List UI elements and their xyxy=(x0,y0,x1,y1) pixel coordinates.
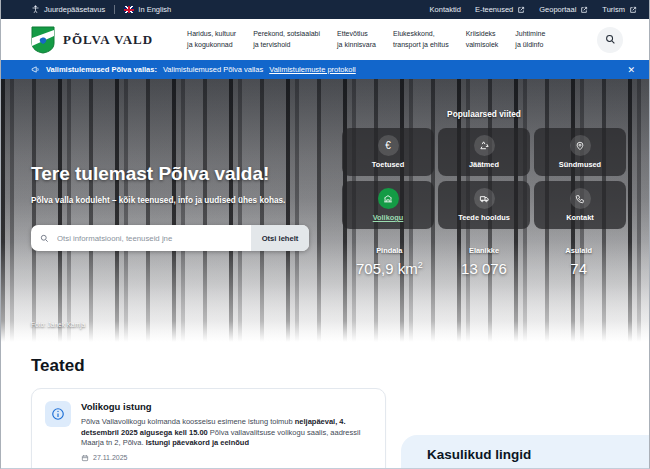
alert-banner: Valimistulemused Põlva vallas: Valimistu… xyxy=(1,60,649,79)
topbar-links: Kontaktid E-teenused Geoportaal Turism xyxy=(430,5,637,14)
accessibility-label: Juurdepääsetavus xyxy=(44,5,105,14)
town-hall-icon xyxy=(378,188,399,209)
main-nav: Haridus, kultuur ja kogukonnad Perekond,… xyxy=(187,29,545,51)
external-link-icon xyxy=(629,6,637,14)
notice-body: Volikogu istung Põlva Vallavolikogu kolm… xyxy=(81,401,372,469)
tile-toetused[interactable]: € Toetused xyxy=(342,128,434,176)
notice-date: 27.11.2025 xyxy=(81,454,372,462)
nav-ettevotlus[interactable]: Ettevõtlus ja kinnisvara xyxy=(337,29,376,51)
language-switch[interactable]: In English xyxy=(124,5,171,14)
notice-text: Põlva Vallavolikogu kolmanda koosseisu e… xyxy=(81,417,372,449)
language-label: In English xyxy=(138,5,171,14)
alert-bold-text: Valimistulemused Põlva vallas: xyxy=(46,65,157,74)
header-search-button[interactable] xyxy=(597,27,623,53)
content-section: Teated Volikogu istung Põlva Vallavoliko… xyxy=(1,342,649,469)
topbar-link-kontaktid[interactable]: Kontaktid xyxy=(430,5,461,14)
accessibility-link[interactable]: Juurdepääsetavus xyxy=(31,5,105,14)
nav-elukeskkond[interactable]: Elukeskkond, transport ja ehitus xyxy=(393,29,449,51)
tile-sundmused[interactable]: Sündmused xyxy=(534,128,626,176)
topbar-link-turism[interactable]: Turism xyxy=(602,5,637,14)
nav-juhtimine[interactable]: Juhtimine ja üldinfo xyxy=(515,29,545,51)
topbar-link-geoportaal[interactable]: Geoportaal xyxy=(539,5,588,14)
notice-title: Volikogu istung xyxy=(81,401,372,412)
stat-asulaid: Asulaid 74 xyxy=(531,246,626,277)
page: Juurdepääsetavus In English Kontaktid E-… xyxy=(0,0,650,469)
useful-links-panel: Kasulikud lingid xyxy=(401,435,650,469)
euro-icon: € xyxy=(378,135,399,156)
calendar-icon xyxy=(81,454,89,462)
external-link-icon xyxy=(517,6,525,14)
topbar-link-eteenused[interactable]: E-teenused xyxy=(475,5,525,14)
popular-links: Populaarsed viited € Toetused Jäätmed xyxy=(342,109,626,277)
hero-title: Tere tulemast Põlva valda! xyxy=(31,163,269,185)
site-title: PÕLVA VALD xyxy=(63,32,153,48)
hero-subtitle: Põlva valla koduleht – kõik teenused, in… xyxy=(31,196,285,205)
external-link-icon xyxy=(580,6,588,14)
hero-search-button[interactable]: Otsi lehelt xyxy=(251,225,309,251)
alert-text: Valimistulemused Põlva vallas xyxy=(163,65,263,74)
hero-search-bar: Otsi lehelt xyxy=(31,225,309,251)
stat-pindala: Pindala 705,9 km2 xyxy=(342,246,437,277)
top-utility-bar: Juurdepääsetavus In English Kontaktid E-… xyxy=(1,0,649,19)
popular-links-title: Populaarsed viited xyxy=(342,109,626,119)
logo[interactable]: PÕLVA VALD xyxy=(31,26,153,54)
municipality-stats: Pindala 705,9 km2 Elanikke 13 076 Asulai… xyxy=(342,246,626,277)
uk-flag-icon xyxy=(124,6,134,13)
tile-teede-hooldus[interactable]: Teede hooldus xyxy=(438,181,530,229)
recycle-icon xyxy=(474,135,495,156)
useful-links-heading: Kasulikud lingid xyxy=(427,447,650,462)
search-icon xyxy=(605,34,616,45)
megaphone-icon xyxy=(31,65,40,74)
photo-credit: Foto: Janek Kamja xyxy=(31,321,85,328)
tile-jaatmed[interactable]: Jäätmed xyxy=(438,128,530,176)
accessibility-icon xyxy=(31,5,40,14)
tile-volikogu[interactable]: Volikogu xyxy=(342,181,434,229)
search-icon xyxy=(40,234,49,243)
nav-haridus[interactable]: Haridus, kultuur ja kogukonnad xyxy=(187,29,236,51)
hero-search-input[interactable] xyxy=(49,234,251,243)
hero-section: Tere tulemast Põlva valda! Põlva valla k… xyxy=(1,79,649,342)
stat-elanikke: Elanikke 13 076 xyxy=(437,246,532,277)
alert-close-icon[interactable]: ✕ xyxy=(627,65,635,75)
notice-card[interactable]: Volikogu istung Põlva Vallavolikogu kolm… xyxy=(31,388,386,469)
nav-perekond[interactable]: Perekond, sotsiaalabi ja tervishoid xyxy=(253,29,320,51)
nav-kriisideks[interactable]: Kriisideks valmisolek xyxy=(466,29,499,51)
tile-grid: € Toetused Jäätmed xyxy=(342,128,626,229)
tile-kontakt[interactable]: Kontakt xyxy=(534,181,626,229)
map-pin-icon xyxy=(570,135,591,156)
coat-of-arms-icon xyxy=(31,26,55,54)
info-icon xyxy=(45,401,71,427)
teated-heading: Teated xyxy=(31,356,85,376)
alert-protocol-link[interactable]: Valimistulemuste protokoll xyxy=(269,65,356,74)
phone-icon xyxy=(570,188,591,209)
truck-icon xyxy=(474,188,495,209)
agenda-link[interactable]: Istungi päevakord ja eelnõud xyxy=(146,438,249,447)
topbar-divider xyxy=(114,5,115,14)
main-header: PÕLVA VALD Haridus, kultuur ja kogukonna… xyxy=(1,19,649,60)
